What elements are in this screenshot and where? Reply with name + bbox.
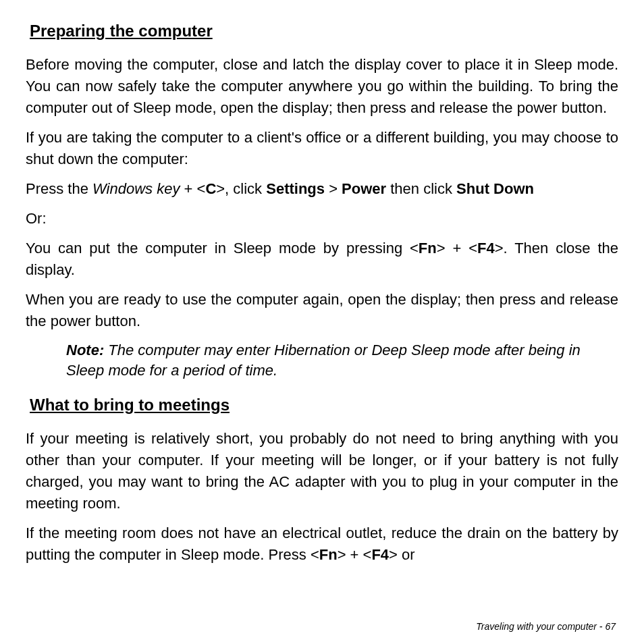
page-footer: Traveling with your computer - 67	[476, 621, 616, 632]
paragraph-shortcut: Press the Windows key + <C>, click Setti…	[26, 178, 618, 200]
paragraph-sleep-key: If the meeting room does not have an ele…	[26, 522, 618, 566]
text: > or	[389, 546, 415, 563]
paragraph: Before moving the computer, close and la…	[26, 54, 618, 119]
key-c: C	[205, 180, 216, 197]
text: >	[325, 180, 342, 197]
key-f4: F4	[477, 240, 495, 257]
settings-label: Settings	[266, 180, 325, 197]
document-page: Preparing the computer Before moving the…	[0, 0, 644, 644]
paragraph: If you are taking the computer to a clie…	[26, 127, 618, 170]
shutdown-label: Shut Down	[456, 180, 534, 197]
paragraph: When you are ready to use the computer a…	[26, 289, 618, 332]
text: You can put the computer in Sleep mode b…	[26, 240, 419, 257]
key-fn: Fn	[419, 240, 437, 257]
or-text: Or:	[26, 208, 618, 230]
power-label: Power	[342, 180, 386, 197]
key-f4: F4	[371, 546, 389, 563]
note-label: Note:	[66, 342, 104, 358]
text: Press the	[26, 180, 92, 197]
text: + <	[180, 180, 205, 197]
note-block: Note: The computer may enter Hibernation…	[66, 340, 618, 381]
windows-key-label: Windows key	[92, 180, 180, 197]
paragraph: If your meeting is relatively short, you…	[26, 428, 618, 514]
text: then click	[386, 180, 456, 197]
paragraph-sleep-key: You can put the computer in Sleep mode b…	[26, 238, 618, 281]
note-text: The computer may enter Hibernation or De…	[66, 342, 581, 379]
key-fn: Fn	[319, 546, 338, 563]
text: > + <	[338, 546, 372, 563]
text: > + <	[437, 240, 477, 257]
text: >, click	[216, 180, 266, 197]
section-heading-preparing: Preparing the computer	[30, 22, 618, 41]
section-heading-meetings: What to bring to meetings	[30, 396, 618, 414]
